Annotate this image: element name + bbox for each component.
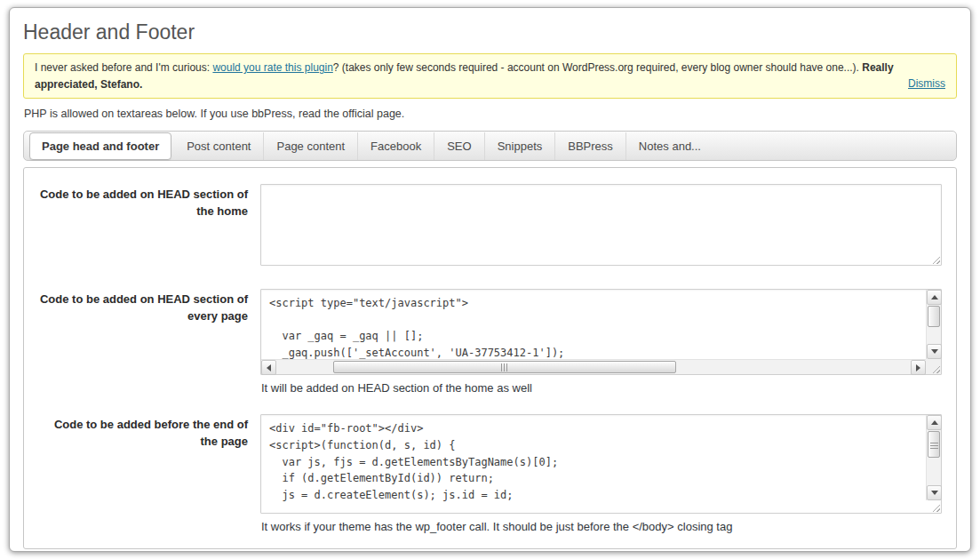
form-row: Code to be added on HEAD section of ever… — [36, 289, 944, 396]
form-row: Code to be added before the end of the p… — [36, 414, 944, 535]
tab-notes[interactable]: Notes and... — [625, 132, 713, 160]
intro-text: PHP is allowed on textareas below. If yo… — [24, 108, 956, 120]
resize-grip[interactable] — [929, 253, 941, 265]
arrow-right-icon — [916, 364, 920, 371]
resize-grip[interactable] — [929, 501, 941, 513]
code-box: <script type="text/javascript"> var _gaq… — [260, 289, 942, 375]
tab-snippets[interactable]: Snippets — [484, 132, 555, 160]
resize-grip[interactable] — [926, 359, 941, 374]
arrow-left-icon — [267, 364, 271, 371]
field-label: Code to be added on HEAD section of ever… — [36, 289, 260, 396]
scroll-down-button[interactable] — [927, 344, 942, 359]
field-help: It will be added on HEAD section of the … — [261, 380, 942, 396]
field-label: Code to be added on HEAD section of the … — [36, 184, 260, 266]
vertical-scrollbar-thumb[interactable] — [928, 306, 940, 327]
field-help: It works if your theme has the wp_footer… — [261, 519, 942, 535]
code-box: <div id="fb-root"></div> <script>(functi… — [260, 414, 942, 514]
page-title: Header and Footer — [23, 20, 957, 44]
scroll-up-button[interactable] — [927, 290, 942, 305]
vertical-scrollbar-track[interactable] — [927, 430, 941, 485]
rate-plugin-notice: I never asked before and I'm curious: wo… — [23, 53, 957, 99]
vertical-scrollbar-thumb[interactable] — [928, 431, 940, 458]
tab-bar: Page head and footer Post content Page c… — [23, 131, 957, 161]
tab-page-content[interactable]: Page content — [263, 132, 357, 160]
arrow-up-icon — [931, 295, 938, 299]
scroll-down-button[interactable] — [927, 485, 942, 500]
tab-facebook[interactable]: Facebook — [357, 132, 434, 160]
notice-text: I never asked before and I'm curious: — [35, 61, 212, 74]
scroll-up-button[interactable] — [927, 415, 942, 430]
arrow-up-icon — [931, 420, 938, 425]
horizontal-scrollbar-track[interactable] — [276, 360, 911, 374]
scroll-right-button[interactable] — [911, 360, 926, 375]
arrow-down-icon — [931, 491, 938, 495]
tab-page-head-and-footer[interactable]: Page head and footer — [29, 132, 171, 160]
tab-bbpress[interactable]: BBPress — [554, 132, 625, 160]
tab-panel: Code to be added on HEAD section of the … — [23, 167, 957, 549]
vertical-scrollbar[interactable] — [926, 290, 941, 359]
scrollbar-grip-icon — [930, 441, 938, 449]
tab-seo[interactable]: SEO — [434, 132, 483, 160]
horizontal-scrollbar[interactable] — [261, 359, 926, 374]
dismiss-link[interactable]: Dismiss — [908, 76, 945, 92]
plugin-settings-page: Header and Footer I never asked before a… — [9, 7, 971, 552]
footer-code-textarea[interactable]: <div id="fb-root"></div> <script>(functi… — [261, 415, 926, 513]
scrollbar-grip-icon — [501, 363, 509, 371]
scroll-left-button[interactable] — [261, 360, 276, 375]
vertical-scrollbar-track[interactable] — [927, 305, 941, 344]
head-every-page-code-textarea[interactable]: <script type="text/javascript"> var _gaq… — [261, 290, 926, 359]
form-row: Code to be added on HEAD section of the … — [36, 184, 944, 266]
notice-text: ? (takes only few seconds required - acc… — [333, 61, 862, 74]
field-label: Code to be added before the end of the p… — [36, 414, 260, 535]
horizontal-scrollbar-thumb[interactable] — [333, 361, 676, 373]
rate-plugin-link[interactable]: would you rate this plugin — [212, 61, 332, 74]
vertical-scrollbar[interactable] — [926, 415, 941, 500]
arrow-down-icon — [931, 349, 938, 354]
head-home-code-textarea[interactable] — [261, 185, 941, 265]
tab-post-content[interactable]: Post content — [174, 132, 263, 160]
code-box — [260, 184, 942, 266]
